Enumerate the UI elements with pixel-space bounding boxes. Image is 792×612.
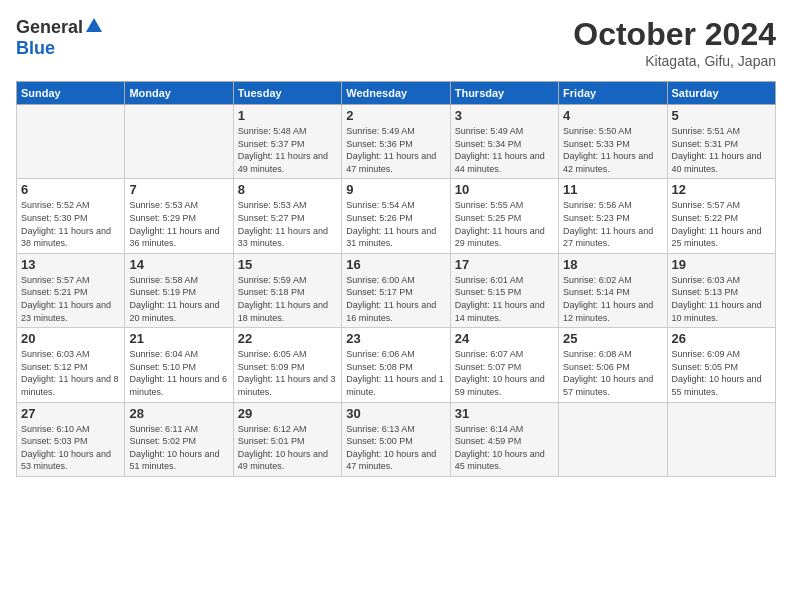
- day-number: 27: [21, 406, 120, 421]
- cell-info: Sunrise: 6:09 AMSunset: 5:05 PMDaylight:…: [672, 348, 771, 398]
- cell-info: Sunrise: 5:57 AMSunset: 5:22 PMDaylight:…: [672, 199, 771, 249]
- page-container: General Blue October 2024 Kitagata, Gifu…: [0, 0, 792, 485]
- cell-info: Sunrise: 6:08 AMSunset: 5:06 PMDaylight:…: [563, 348, 662, 398]
- day-header-wednesday: Wednesday: [342, 82, 450, 105]
- day-header-thursday: Thursday: [450, 82, 558, 105]
- day-number: 20: [21, 331, 120, 346]
- cell-info: Sunrise: 5:52 AMSunset: 5:30 PMDaylight:…: [21, 199, 120, 249]
- cell-info: Sunrise: 5:54 AMSunset: 5:26 PMDaylight:…: [346, 199, 445, 249]
- day-number: 25: [563, 331, 662, 346]
- svg-marker-0: [86, 18, 102, 32]
- calendar-cell: 22Sunrise: 6:05 AMSunset: 5:09 PMDayligh…: [233, 328, 341, 402]
- calendar-cell: 10Sunrise: 5:55 AMSunset: 5:25 PMDayligh…: [450, 179, 558, 253]
- month-title: October 2024: [573, 16, 776, 53]
- calendar-cell: 26Sunrise: 6:09 AMSunset: 5:05 PMDayligh…: [667, 328, 775, 402]
- day-number: 11: [563, 182, 662, 197]
- day-number: 1: [238, 108, 337, 123]
- cell-info: Sunrise: 5:53 AMSunset: 5:29 PMDaylight:…: [129, 199, 228, 249]
- cell-info: Sunrise: 6:13 AMSunset: 5:00 PMDaylight:…: [346, 423, 445, 473]
- week-row-2: 13Sunrise: 5:57 AMSunset: 5:21 PMDayligh…: [17, 253, 776, 327]
- day-number: 5: [672, 108, 771, 123]
- day-number: 8: [238, 182, 337, 197]
- cell-info: Sunrise: 6:06 AMSunset: 5:08 PMDaylight:…: [346, 348, 445, 398]
- location: Kitagata, Gifu, Japan: [573, 53, 776, 69]
- cell-info: Sunrise: 5:49 AMSunset: 5:36 PMDaylight:…: [346, 125, 445, 175]
- day-number: 4: [563, 108, 662, 123]
- header: General Blue October 2024 Kitagata, Gifu…: [16, 16, 776, 69]
- calendar-cell: 3Sunrise: 5:49 AMSunset: 5:34 PMDaylight…: [450, 105, 558, 179]
- cell-info: Sunrise: 6:10 AMSunset: 5:03 PMDaylight:…: [21, 423, 120, 473]
- calendar-cell: 16Sunrise: 6:00 AMSunset: 5:17 PMDayligh…: [342, 253, 450, 327]
- day-header-monday: Monday: [125, 82, 233, 105]
- day-number: 3: [455, 108, 554, 123]
- day-number: 13: [21, 257, 120, 272]
- cell-info: Sunrise: 5:51 AMSunset: 5:31 PMDaylight:…: [672, 125, 771, 175]
- calendar-cell: 17Sunrise: 6:01 AMSunset: 5:15 PMDayligh…: [450, 253, 558, 327]
- day-number: 17: [455, 257, 554, 272]
- calendar-cell: 8Sunrise: 5:53 AMSunset: 5:27 PMDaylight…: [233, 179, 341, 253]
- day-number: 2: [346, 108, 445, 123]
- calendar-cell: 31Sunrise: 6:14 AMSunset: 4:59 PMDayligh…: [450, 402, 558, 476]
- calendar-cell: 15Sunrise: 5:59 AMSunset: 5:18 PMDayligh…: [233, 253, 341, 327]
- day-number: 18: [563, 257, 662, 272]
- calendar-cell: 19Sunrise: 6:03 AMSunset: 5:13 PMDayligh…: [667, 253, 775, 327]
- day-number: 9: [346, 182, 445, 197]
- day-number: 26: [672, 331, 771, 346]
- cell-info: Sunrise: 6:01 AMSunset: 5:15 PMDaylight:…: [455, 274, 554, 324]
- day-number: 23: [346, 331, 445, 346]
- day-number: 7: [129, 182, 228, 197]
- cell-info: Sunrise: 6:04 AMSunset: 5:10 PMDaylight:…: [129, 348, 228, 398]
- day-header-saturday: Saturday: [667, 82, 775, 105]
- cell-info: Sunrise: 5:58 AMSunset: 5:19 PMDaylight:…: [129, 274, 228, 324]
- calendar-cell: 6Sunrise: 5:52 AMSunset: 5:30 PMDaylight…: [17, 179, 125, 253]
- calendar-cell: 30Sunrise: 6:13 AMSunset: 5:00 PMDayligh…: [342, 402, 450, 476]
- logo-general: General: [16, 17, 83, 38]
- day-number: 16: [346, 257, 445, 272]
- cell-info: Sunrise: 5:48 AMSunset: 5:37 PMDaylight:…: [238, 125, 337, 175]
- calendar-table: SundayMondayTuesdayWednesdayThursdayFrid…: [16, 81, 776, 477]
- day-number: 24: [455, 331, 554, 346]
- cell-info: Sunrise: 6:11 AMSunset: 5:02 PMDaylight:…: [129, 423, 228, 473]
- calendar-cell: 12Sunrise: 5:57 AMSunset: 5:22 PMDayligh…: [667, 179, 775, 253]
- calendar-cell: 29Sunrise: 6:12 AMSunset: 5:01 PMDayligh…: [233, 402, 341, 476]
- calendar-cell: 25Sunrise: 6:08 AMSunset: 5:06 PMDayligh…: [559, 328, 667, 402]
- calendar-cell: 28Sunrise: 6:11 AMSunset: 5:02 PMDayligh…: [125, 402, 233, 476]
- day-number: 10: [455, 182, 554, 197]
- day-number: 14: [129, 257, 228, 272]
- week-row-1: 6Sunrise: 5:52 AMSunset: 5:30 PMDaylight…: [17, 179, 776, 253]
- cell-info: Sunrise: 5:53 AMSunset: 5:27 PMDaylight:…: [238, 199, 337, 249]
- calendar-cell: 5Sunrise: 5:51 AMSunset: 5:31 PMDaylight…: [667, 105, 775, 179]
- cell-info: Sunrise: 6:02 AMSunset: 5:14 PMDaylight:…: [563, 274, 662, 324]
- calendar-cell: 9Sunrise: 5:54 AMSunset: 5:26 PMDaylight…: [342, 179, 450, 253]
- calendar-cell: 21Sunrise: 6:04 AMSunset: 5:10 PMDayligh…: [125, 328, 233, 402]
- calendar-cell: 1Sunrise: 5:48 AMSunset: 5:37 PMDaylight…: [233, 105, 341, 179]
- calendar-cell: [667, 402, 775, 476]
- calendar-cell: 18Sunrise: 6:02 AMSunset: 5:14 PMDayligh…: [559, 253, 667, 327]
- week-row-0: 1Sunrise: 5:48 AMSunset: 5:37 PMDaylight…: [17, 105, 776, 179]
- cell-info: Sunrise: 6:14 AMSunset: 4:59 PMDaylight:…: [455, 423, 554, 473]
- cell-info: Sunrise: 6:03 AMSunset: 5:13 PMDaylight:…: [672, 274, 771, 324]
- day-number: 28: [129, 406, 228, 421]
- week-row-4: 27Sunrise: 6:10 AMSunset: 5:03 PMDayligh…: [17, 402, 776, 476]
- cell-info: Sunrise: 5:59 AMSunset: 5:18 PMDaylight:…: [238, 274, 337, 324]
- calendar-cell: 27Sunrise: 6:10 AMSunset: 5:03 PMDayligh…: [17, 402, 125, 476]
- day-number: 6: [21, 182, 120, 197]
- calendar-cell: [125, 105, 233, 179]
- cell-info: Sunrise: 5:56 AMSunset: 5:23 PMDaylight:…: [563, 199, 662, 249]
- day-number: 30: [346, 406, 445, 421]
- cell-info: Sunrise: 6:03 AMSunset: 5:12 PMDaylight:…: [21, 348, 120, 398]
- day-number: 15: [238, 257, 337, 272]
- calendar-cell: 24Sunrise: 6:07 AMSunset: 5:07 PMDayligh…: [450, 328, 558, 402]
- calendar-cell: [559, 402, 667, 476]
- cell-info: Sunrise: 6:00 AMSunset: 5:17 PMDaylight:…: [346, 274, 445, 324]
- logo-blue: Blue: [16, 38, 55, 58]
- calendar-cell: 14Sunrise: 5:58 AMSunset: 5:19 PMDayligh…: [125, 253, 233, 327]
- cell-info: Sunrise: 5:55 AMSunset: 5:25 PMDaylight:…: [455, 199, 554, 249]
- day-header-sunday: Sunday: [17, 82, 125, 105]
- day-number: 19: [672, 257, 771, 272]
- cell-info: Sunrise: 5:57 AMSunset: 5:21 PMDaylight:…: [21, 274, 120, 324]
- day-number: 31: [455, 406, 554, 421]
- cell-info: Sunrise: 5:49 AMSunset: 5:34 PMDaylight:…: [455, 125, 554, 175]
- logo-icon: [85, 16, 103, 38]
- calendar-cell: 4Sunrise: 5:50 AMSunset: 5:33 PMDaylight…: [559, 105, 667, 179]
